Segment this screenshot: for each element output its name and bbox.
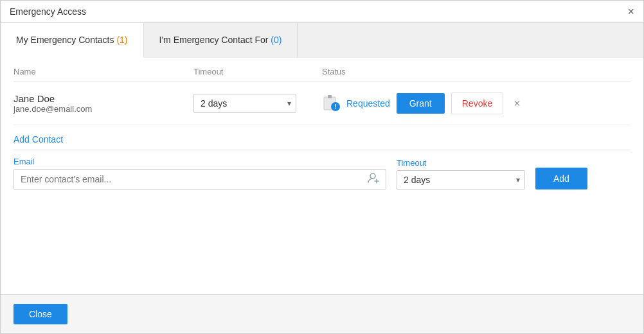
email-input[interactable] <box>13 169 386 189</box>
close-button[interactable]: Close <box>13 304 67 324</box>
tab-contact-for-label: I'm Emergency Contact For <box>159 35 271 45</box>
timeout-select-wrapper: 2 days 1 day 3 days 7 days 14 days 30 da… <box>193 94 296 113</box>
contact-email: jane.doe@email.com <box>13 104 193 114</box>
status-area: ! Requested Grant Revoke × <box>322 92 631 114</box>
svg-text:!: ! <box>334 103 336 110</box>
status-icon: ! <box>322 94 340 114</box>
svg-rect-1 <box>328 95 332 98</box>
add-contact-form: Email Timeout <box>13 157 631 189</box>
footer: Close <box>1 294 643 333</box>
timeout-form-group: Timeout 2 days 1 day 3 days 7 days 14 da… <box>397 158 525 189</box>
title-bar: Emergency Access × <box>1 1 643 23</box>
timeout-form-label: Timeout <box>397 158 525 168</box>
contact-name: Jane Doe <box>13 93 193 104</box>
add-contact-label: Add Contact <box>13 134 631 150</box>
dialog-title: Emergency Access <box>10 6 86 17</box>
add-contact-section: Add Contact Email <box>13 134 631 189</box>
tab-contact-for[interactable]: I'm Emergency Contact For (0) <box>144 23 298 58</box>
tab-my-contacts-count: (1) <box>116 35 127 45</box>
col-header-status: Status <box>322 67 515 76</box>
timeout-select[interactable]: 2 days 1 day 3 days 7 days 14 days 30 da… <box>193 94 296 113</box>
timeout-dropdown-wrapper: 2 days 1 day 3 days 7 days 14 days 30 da… <box>193 94 322 113</box>
contact-info: Jane Doe jane.doe@email.com <box>13 93 193 114</box>
tabs-container: My Emergency Contacts (1) I'm Emergency … <box>1 23 643 58</box>
delete-contact-button[interactable]: × <box>510 97 524 110</box>
email-input-wrapper <box>13 169 386 189</box>
status-requested-label[interactable]: Requested <box>346 98 390 109</box>
table-row: Jane Doe jane.doe@email.com 2 days 1 day… <box>13 82 631 125</box>
add-timeout-select-wrapper: 2 days 1 day 3 days 7 days 14 days 30 da… <box>397 170 525 189</box>
content-area: Name Timeout Status Jane Doe jane.doe@em… <box>1 58 643 294</box>
col-header-name: Name <box>13 67 193 76</box>
grant-button[interactable]: Grant <box>397 93 445 114</box>
tab-contact-for-count: (0) <box>271 35 282 45</box>
col-header-timeout: Timeout <box>193 67 322 76</box>
email-form-group: Email <box>13 157 386 189</box>
revoke-button[interactable]: Revoke <box>451 92 503 114</box>
tab-my-contacts-label: My Emergency Contacts <box>16 35 116 45</box>
email-label: Email <box>13 157 386 166</box>
dialog-close-button[interactable]: × <box>627 6 634 17</box>
emergency-access-dialog: Emergency Access × My Emergency Contacts… <box>0 0 644 334</box>
table-header: Name Timeout Status <box>13 58 631 82</box>
add-timeout-select[interactable]: 2 days 1 day 3 days 7 days 14 days 30 da… <box>397 170 525 189</box>
add-button[interactable]: Add <box>535 168 587 189</box>
tab-my-contacts[interactable]: My Emergency Contacts (1) <box>1 23 144 58</box>
